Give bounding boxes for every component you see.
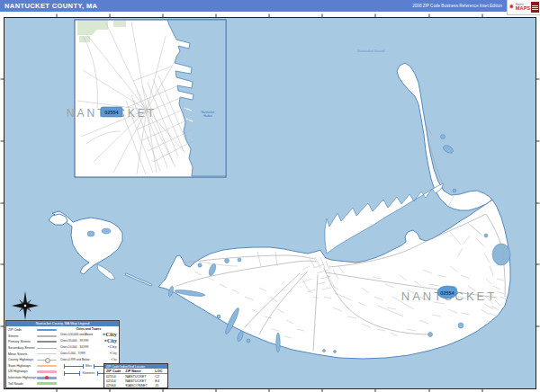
legend-row: US Highways [8, 369, 57, 374]
minor-streets-swatch [37, 353, 57, 354]
legend-row: Streets [8, 334, 57, 339]
legend-row: Primary Streets [8, 339, 57, 344]
legend-row: Cities 35,000 - 99,999City [60, 337, 117, 343]
logo-line2: MAPS [516, 6, 531, 12]
legend-panel: Nantucket County, MA Map Legend ZIP Code… [5, 320, 120, 388]
legend-row: Toll Roads [8, 381, 57, 387]
legend-row: Cities 4,999 and BelowCity [60, 356, 117, 362]
inset-harbor-label2: Harbor [203, 114, 213, 118]
publisher-logo: ✷ Market MAPS [507, 0, 540, 15]
primary-streets-swatch [37, 341, 57, 343]
interstate-highways-swatch [37, 377, 57, 379]
legend-row: Interstate Highways [8, 375, 57, 380]
map-page: { "header": { "title": "NANTUCKET COUNTY… [0, 0, 540, 392]
edition-subtitle: 2008 ZIP Code Business Reference Inset E… [412, 4, 502, 8]
legend-row: Secondary Streets [8, 345, 57, 351]
table-row: 02564 SIASCONSET J5 [104, 383, 167, 388]
island-zip-badge: 02554 [437, 286, 457, 298]
inset-map: NANTUCKET 02554 Nantucket Harbor [67, 20, 226, 177]
legend-row: State Highways [8, 363, 57, 369]
legend-row: Minor Streets [8, 352, 57, 357]
map-title-bar: NANTUCKET COUNTY, MA 2008 ZIP Code Busin… [0, 0, 507, 12]
state-highways-swatch [37, 365, 57, 368]
page-title: NANTUCKET COUNTY, MA [4, 2, 97, 10]
legend-row: County Highways [8, 357, 57, 362]
logo-star-icon: ✷ [508, 4, 515, 11]
legend-row: ZIP Code [8, 327, 57, 333]
legend-road-column: ZIP Code Streets Primary Streets Seconda… [6, 326, 58, 388]
inset-zip-badge: 02554 [101, 107, 122, 117]
legend-row: Cities 5,000 - 9,999City [60, 350, 117, 356]
secondary-streets-swatch [37, 348, 57, 349]
us-highways-swatch [37, 370, 57, 373]
county-highways-swatch [37, 360, 57, 361]
water-label: Nantucket Sound [357, 49, 385, 53]
zip-boundary-swatch [37, 329, 57, 331]
legend-row: Cities 10,000 - 34,999City [60, 343, 117, 350]
svg-text:02554: 02554 [104, 110, 119, 115]
zip-index-table: ZIP Code Index/Grid Locator ZIP Code ZIP… [104, 363, 168, 388]
logo-address-block [531, 2, 539, 13]
toll-roads-swatch [37, 382, 57, 385]
legend-row: Cities 100,000 and AboveCity [60, 331, 117, 337]
streets-swatch [37, 335, 57, 337]
svg-text:02554: 02554 [440, 290, 454, 296]
